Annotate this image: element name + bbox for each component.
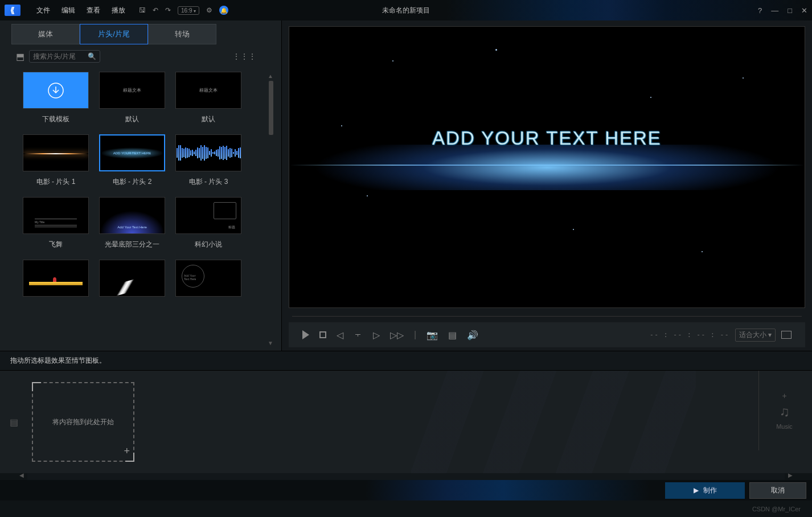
template-thumb [23,260,89,297]
preview-divider [292,316,802,317]
template-thumb: Add YourText Here [175,260,241,297]
app-logo: ⟪ [5,5,20,16]
fast-forward-button[interactable]: ▷▷ [390,330,404,340]
search-icon[interactable]: 🔍 [88,52,96,60]
tab-titles[interactable]: 片头/片尾 [80,24,148,44]
drop-hint-label: 将内容拖到此处开始 [52,417,114,427]
template-thumb: ADD YOUR TEXT HERE [99,134,165,171]
template-label: 飞舞 [49,240,63,249]
playback-controls: ◁ ⫟ ▷ ▷▷ | 📷 ▤ 🔊 -- : -- : -- : -- 适合大小 … [289,322,805,347]
template-label: 电影 - 片头 1 [36,177,76,187]
redo-icon[interactable]: ↷ [165,6,171,14]
template-thumb: 标题文本 [175,72,241,109]
template-card[interactable]: Add YourText Here [174,260,243,302]
timecode-display: -- : -- : -- : -- [650,331,729,339]
minimize-icon[interactable]: — [771,6,778,15]
save-icon[interactable]: 🖫 [139,6,146,14]
template-thumb [23,134,89,171]
template-thumb [175,134,241,171]
menu-file[interactable]: 文件 [32,3,55,18]
play-button[interactable] [302,330,309,339]
template-card[interactable]: 电影 - 片头 3 [174,134,243,187]
close-icon[interactable]: ✕ [801,6,807,15]
storyboard-drop-target[interactable]: 将内容拖到此处开始 + [32,382,134,462]
zoom-fit-selector[interactable]: 适合大小 ▾ [735,329,776,342]
menu-view[interactable]: 查看 [82,3,105,18]
grid-view-icon[interactable]: ⋮⋮⋮ [232,52,256,61]
storyboard: ▤ 将内容拖到此处开始 + + ♫ Music [0,371,812,473]
template-grid: 下载模板标题文本默认标题文本默认电影 - 片头 1ADD YOUR TEXT H… [22,72,260,302]
notifications-icon[interactable]: 🔔 [219,6,228,15]
import-icon[interactable]: ⬒ [16,51,24,62]
template-label: 默认 [125,114,139,124]
next-frame-button[interactable]: ▷ [373,330,380,340]
titlebar: ⟪ 文件 编辑 查看 播放 🖫 ↶ ↷ 16:9 ⚙ 🔔 未命名的新项目 ? —… [0,0,812,20]
toolbar: 🖫 ↶ ↷ 16:9 ⚙ 🔔 [139,6,228,15]
help-icon[interactable]: ? [758,6,762,15]
template-card[interactable]: 标题文本默认 [98,72,166,124]
settings-icon[interactable]: ⚙ [206,6,212,14]
search-row: ⬒ 🔍 ⋮⋮⋮ [0,44,281,68]
template-label: 默认 [202,114,215,124]
library-tabs: 媒体 片头/片尾 转场 [0,20,281,44]
storyboard-track[interactable]: 将内容拖到此处开始 + [27,371,758,473]
template-label: 光晕底部三分之一 [105,240,159,249]
template-card[interactable]: My Title飞舞 [22,197,90,249]
template-thumb: Add Your Text Here [99,197,165,234]
template-card[interactable]: ADD YOUR TEXT HERE电影 - 片头 2 [98,134,166,187]
template-card[interactable] [22,260,90,302]
tab-media[interactable]: 媒体 [11,24,80,44]
template-label: 下载模板 [42,114,69,124]
undo-icon[interactable]: ↶ [153,6,158,14]
plus-icon: + [124,445,130,457]
produce-button[interactable]: ▶ 制作 [665,482,745,499]
window-controls: ? — □ ✕ [758,6,807,15]
search-box: 🔍 [29,50,100,63]
music-label: Music [776,423,793,430]
marker-button[interactable]: ⫟ [354,330,363,340]
watermark: CSDN @Mr_ICer [752,506,801,512]
search-input[interactable] [33,52,85,60]
bottom-action-bar: ▶ 制作 取消 [0,480,812,500]
template-thumb: 标题文本 [99,72,165,109]
preview-title-text: ADD YOUR TEXT HERE [289,128,805,149]
template-label: 科幻小说 [195,240,222,249]
template-label: 电影 - 片头 2 [113,177,152,187]
preview-panel: ADD YOUR TEXT HERE ◁ ⫟ ▷ ▷▷ | 📷 ▤ 🔊 -- :… [282,20,812,351]
maximize-icon[interactable]: □ [788,6,792,15]
scrollbar-thumb[interactable] [269,81,273,135]
stop-button[interactable] [319,331,326,338]
prev-frame-button[interactable]: ◁ [337,330,343,340]
cancel-button[interactable]: 取消 [749,482,806,499]
fullscreen-icon[interactable] [781,331,792,339]
template-label: 电影 - 片头 3 [189,177,228,187]
menu-edit[interactable]: 编辑 [57,3,80,18]
library-panel: 媒体 片头/片尾 转场 ⬒ 🔍 ⋮⋮⋮ 下载模板标题文本默认标题文本默认电影 -… [0,20,282,351]
main-area: 媒体 片头/片尾 转场 ⬒ 🔍 ⋮⋮⋮ 下载模板标题文本默认标题文本默认电影 -… [0,20,812,351]
library-scrollbar[interactable] [268,73,274,346]
template-card[interactable]: 下载模板 [22,72,90,124]
storyboard-leftstrip: ▤ [0,371,27,473]
separator: | [414,330,416,340]
plus-icon: + [782,391,786,400]
template-grid-wrap: 下载模板标题文本默认标题文本默认电影 - 片头 1ADD YOUR TEXT H… [0,68,281,351]
template-card[interactable]: 标题科幻小说 [174,197,243,249]
template-thumb [99,260,165,297]
project-title: 未命名的新项目 [382,6,430,15]
menubar: 文件 编辑 查看 播放 [32,3,130,18]
aspect-ratio-selector[interactable]: 16:9 [178,6,199,15]
template-thumb: My Title [23,197,89,234]
caption-button[interactable]: ▤ [448,330,457,340]
template-card[interactable] [98,260,166,302]
template-card[interactable]: 标题文本默认 [174,72,243,124]
music-drop-target[interactable]: + ♫ Music [758,371,810,450]
menu-play[interactable]: 播放 [107,3,130,18]
volume-button[interactable]: 🔊 [467,330,478,340]
storyboard-h-scrollbar[interactable] [27,473,785,480]
template-card[interactable]: Add Your Text Here光晕底部三分之一 [98,197,166,249]
snapshot-button[interactable]: 📷 [426,330,438,340]
template-card[interactable]: 电影 - 片头 1 [22,134,90,187]
export-icon: ▶ [694,486,699,494]
tab-transitions[interactable]: 转场 [148,24,216,44]
preview-viewport: ADD YOUR TEXT HERE [289,26,805,308]
